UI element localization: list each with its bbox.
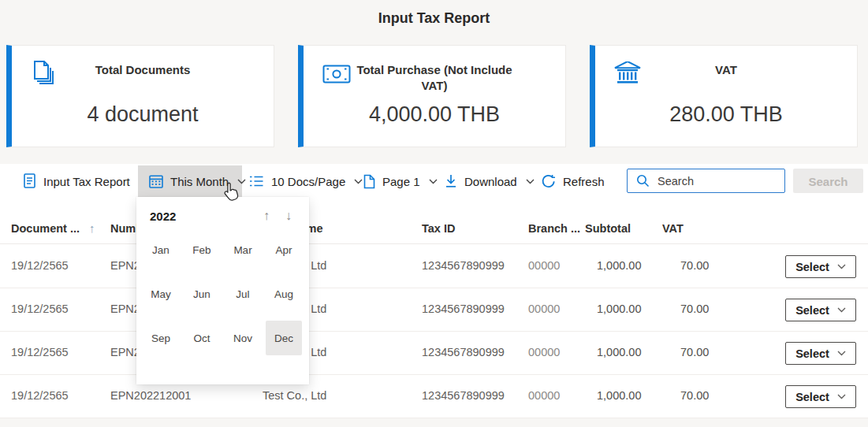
table-header-row: Document ...↑ Number Name Tax ID Branch … [0, 213, 868, 244]
toolbar-label: Page 1 [382, 175, 420, 188]
search-icon [636, 174, 650, 188]
cell-branch: 00000 [528, 332, 560, 375]
toolbar-label: Refresh [563, 175, 605, 188]
card-value: 4 document [12, 102, 274, 127]
total-purchase-card: Total Purchase (Not Include VAT) 4,000.0… [298, 45, 566, 147]
chevron-down-icon [837, 307, 846, 313]
month-cell-sep[interactable]: Sep [143, 321, 179, 355]
select-button[interactable]: Select [785, 255, 856, 278]
calendar-icon [149, 174, 163, 188]
total-documents-card: Total Documents 4 document [6, 45, 274, 147]
chevron-down-icon [429, 179, 438, 184]
cell-vat: 70.00 [680, 288, 709, 332]
month-picker-dropdown: 2022 ↑ ↓ Jan Feb Mar Apr May Jun Jul Aug… [136, 197, 309, 384]
cell-subtotal: 1,000.00 [597, 375, 641, 418]
month-cell-dec-selected[interactable]: Dec [266, 321, 302, 355]
search-box [627, 169, 785, 193]
month-picker-year: 2022 [150, 210, 176, 223]
toolbar-item-input-tax-report[interactable]: Input Tax Report [24, 165, 130, 197]
month-cell-mar[interactable]: Mar [225, 232, 261, 267]
column-header-vat[interactable]: VAT [662, 213, 684, 244]
month-cell-nov[interactable]: Nov [225, 321, 261, 355]
cell-vat: 70.00 [680, 332, 709, 375]
column-header-branch[interactable]: Branch ... [528, 213, 580, 244]
cell-subtotal: 1,000.00 [597, 288, 641, 332]
cell-vat: 70.00 [680, 375, 709, 418]
cell-tax-id: 1234567890999 [422, 288, 505, 332]
cell-document-date: 19/12/2565 [11, 245, 69, 288]
select-button[interactable]: Select [785, 299, 856, 321]
cell-document-date: 19/12/2565 [11, 288, 69, 332]
docs-per-page-button[interactable]: 10 Docs/Page [249, 165, 363, 197]
previous-year-arrow-icon[interactable]: ↑ [257, 206, 276, 225]
card-label: Total Documents [51, 62, 234, 78]
search-input[interactable] [656, 174, 784, 188]
chevron-down-icon [237, 179, 246, 184]
month-cell-jul[interactable]: Jul [225, 277, 261, 311]
chevron-down-icon [837, 351, 846, 356]
download-icon [445, 174, 457, 188]
cell-document-date: 19/12/2565 [11, 375, 69, 418]
cell-vat: 70.00 [680, 245, 709, 288]
report-document-icon [24, 173, 36, 189]
month-cell-apr[interactable]: Apr [266, 232, 302, 267]
refresh-icon [541, 174, 556, 189]
cell-tax-id: 1234567890999 [422, 375, 505, 418]
month-cell-oct[interactable]: Oct [184, 321, 220, 355]
refresh-button[interactable]: Refresh [541, 165, 605, 197]
page-icon [363, 174, 375, 189]
table-row: 19/12/2565 EPN202212001 Test Co., Ltd 12… [0, 375, 868, 418]
cell-tax-id: 1234567890999 [422, 245, 505, 288]
page-title: Input Tax Report [0, 10, 868, 27]
cell-subtotal: 1,000.00 [597, 332, 641, 375]
sort-ascending-icon: ↑ [89, 221, 95, 235]
column-header-subtotal[interactable]: Subtotal [585, 213, 631, 244]
vat-card: VAT 280.00 THB [590, 45, 858, 147]
table-row: 19/12/2565 EPN202212001 Test Co., Ltd 12… [0, 332, 868, 375]
toolbar-label: Input Tax Report [43, 175, 130, 188]
toolbar-label: This Month [170, 175, 229, 188]
card-value: 280.00 THB [595, 102, 857, 127]
month-cell-feb[interactable]: Feb [184, 232, 220, 267]
month-cell-jan[interactable]: Jan [143, 232, 179, 267]
column-header-document-date[interactable]: Document ...↑ [11, 213, 95, 244]
cell-branch: 00000 [528, 288, 560, 332]
next-year-arrow-icon[interactable]: ↓ [279, 206, 298, 225]
cell-branch: 00000 [528, 245, 560, 288]
table-row: 19/12/2565 EPN202212001 Test Co., Ltd 12… [0, 245, 868, 288]
month-filter-button[interactable]: This Month [138, 165, 242, 197]
card-label: Total Purchase (Not Include VAT) [343, 62, 526, 93]
cell-branch: 00000 [528, 375, 560, 418]
cell-document-date: 19/12/2565 [11, 332, 69, 375]
month-cell-may[interactable]: May [143, 277, 179, 311]
month-cell-aug[interactable]: Aug [266, 277, 302, 311]
input-tax-report-screen: Input Tax Report Total Documents 4 docum… [0, 0, 868, 427]
card-value: 4,000.00 THB [304, 102, 565, 127]
chevron-down-icon [837, 264, 846, 269]
month-cell-jun[interactable]: Jun [184, 277, 220, 311]
column-header-tax-id[interactable]: Tax ID [422, 213, 455, 244]
toolbar-label: Download [464, 175, 517, 188]
select-button[interactable]: Select [785, 385, 856, 408]
cell-tax-id: 1234567890999 [422, 332, 505, 375]
toolbar-label: 10 Docs/Page [271, 175, 345, 188]
search-button[interactable]: Search [793, 169, 863, 193]
chevron-down-icon [526, 179, 535, 184]
page-selector-button[interactable]: Page 1 [363, 165, 438, 197]
card-label: VAT [635, 62, 818, 78]
select-button[interactable]: Select [785, 342, 856, 365]
list-icon [249, 175, 264, 188]
table-row: 19/12/2565 EPN202212001 Test Co., Ltd 12… [0, 288, 868, 332]
chevron-down-icon [354, 179, 363, 184]
download-button[interactable]: Download [445, 165, 535, 197]
chevron-down-icon [837, 394, 846, 399]
cell-subtotal: 1,000.00 [597, 245, 641, 288]
